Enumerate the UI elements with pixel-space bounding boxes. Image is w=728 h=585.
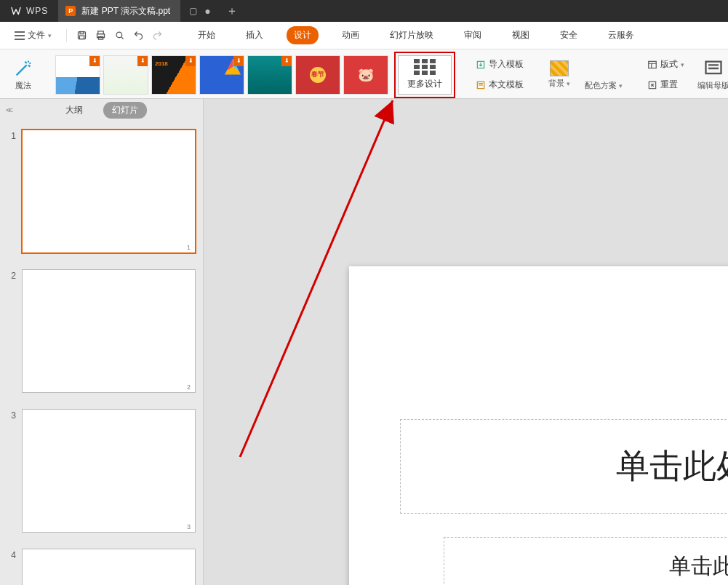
layout-icon <box>647 60 657 70</box>
product-name-text: WPS <box>26 6 48 16</box>
tab-animation[interactable]: 动画 <box>335 26 367 44</box>
title-placeholder[interactable]: 单击此处添加 <box>400 419 728 514</box>
slide-panel: << 大纲 幻灯片 1 1 2 2 3 3 4 <box>0 99 204 585</box>
tab-menu-icon[interactable]: ● <box>204 5 210 17</box>
grid-icon <box>414 59 436 75</box>
product-name: WPS <box>0 0 58 22</box>
magic-wand-icon <box>13 58 33 79</box>
layout-button[interactable]: 版式 ▾ <box>644 56 687 73</box>
print-icon[interactable] <box>95 30 106 41</box>
document-tab-title: 新建 PPT 演示文稿.ppt <box>81 5 170 17</box>
tab-cloud[interactable]: 云服务 <box>601 26 641 44</box>
undo-icon[interactable] <box>132 30 144 41</box>
ribbon-tabs: 开始 插入 设计 动画 幻灯片放映 审阅 视图 安全 云服务 <box>191 26 641 44</box>
separator <box>66 29 67 42</box>
slides-tab[interactable]: 幻灯片 <box>103 102 147 119</box>
outline-tab[interactable]: 大纲 <box>57 102 92 119</box>
background-button[interactable]: 背景 ▾ <box>544 59 575 90</box>
download-badge-icon: ⬇ <box>137 56 148 66</box>
more-designs-button[interactable]: 更多设计 <box>398 55 452 95</box>
collapse-panel-icon[interactable]: << <box>6 106 11 114</box>
workspace: << 大纲 幻灯片 1 1 2 2 3 3 4 单击此处添加 <box>0 99 728 585</box>
svg-point-6 <box>116 32 122 38</box>
magic-button[interactable]: 魔法 <box>9 57 38 92</box>
document-tab[interactable]: P 新建 PPT 演示文稿.ppt <box>58 0 180 22</box>
slide-canvas-area[interactable]: 单击此处添加 单击此处添加 <box>204 99 728 585</box>
menu-bar: 文件 ▾ 开始 插入 设计 动画 幻灯片放映 审阅 视图 安全 云服务 <box>0 22 728 49</box>
file-menu[interactable]: 文件 ▾ <box>9 26 57 44</box>
slide-panel-tabs: << 大纲 幻灯片 <box>0 99 203 121</box>
ppt-file-icon: P <box>65 6 76 16</box>
new-tab-button[interactable]: ＋ <box>220 0 244 22</box>
color-scheme-button[interactable]: 配色方案 ▾ <box>580 57 627 92</box>
slide-thumb-4[interactable] <box>22 549 196 585</box>
redo-icon[interactable] <box>151 30 163 41</box>
tab-start[interactable]: 开始 <box>191 26 223 44</box>
chevron-down-icon: ▾ <box>681 61 684 68</box>
slide-thumb-3[interactable]: 3 <box>22 409 196 533</box>
print-preview-icon[interactable] <box>113 30 125 41</box>
slide-number-text: 2 <box>7 269 16 393</box>
template-thumb-6[interactable]: 春节 <box>295 55 340 95</box>
color-scheme-icon <box>593 58 614 79</box>
background-icon <box>550 60 569 76</box>
slide-number-text: 1 <box>7 130 16 253</box>
template-thumb-2[interactable]: ⬇ <box>103 55 148 95</box>
edit-master-button[interactable]: 编辑母版 <box>693 57 728 92</box>
wps-logo-icon <box>10 5 22 17</box>
this-template-label: 本文模板 <box>489 79 524 91</box>
this-template-icon <box>476 80 486 90</box>
svg-rect-9 <box>649 61 657 68</box>
subtitle-placeholder[interactable]: 单击此处添加 <box>444 537 728 585</box>
more-designs-highlight: 更多设计 <box>394 52 455 98</box>
tab-safety[interactable]: 安全 <box>553 26 585 44</box>
magic-label: 魔法 <box>15 80 31 91</box>
chevron-down-icon: ▾ <box>48 32 52 39</box>
title-bar: WPS P 新建 PPT 演示文稿.ppt ▢ ● ＋ <box>0 0 728 22</box>
slide-page-label: 3 <box>187 523 191 530</box>
download-badge-icon: ⬇ <box>281 56 292 66</box>
template-thumb-3[interactable]: 2018⬇ <box>151 55 196 95</box>
tab-review[interactable]: 审阅 <box>457 26 489 44</box>
slide-number-text: 3 <box>7 409 16 533</box>
import-template-label: 导入模板 <box>489 58 524 71</box>
tab-design[interactable]: 设计 <box>287 26 319 44</box>
background-label: 背景 ▾ <box>548 78 570 89</box>
tab-insert[interactable]: 插入 <box>239 26 271 44</box>
svg-rect-11 <box>706 62 721 73</box>
download-badge-icon: ⬇ <box>89 56 100 66</box>
tab-extras: ▢ ● <box>180 0 219 22</box>
slide-thumb-row: 3 3 <box>7 409 196 533</box>
template-thumb-5[interactable]: ⬇ <box>247 55 292 95</box>
slide-thumb-2[interactable]: 2 <box>22 269 196 393</box>
edit-master-icon <box>703 58 724 79</box>
template-thumb-1[interactable]: ⬇ <box>55 55 100 95</box>
slide-thumb-row: 2 2 <box>7 269 196 393</box>
layout-label: 版式 <box>660 58 678 71</box>
reset-label: 重置 <box>660 79 678 91</box>
template-thumb-4[interactable]: ⬇ <box>199 55 244 95</box>
more-designs-label: 更多设计 <box>407 78 442 90</box>
template-thumb-7[interactable]: 🐷 <box>343 55 388 95</box>
slide-thumb-row: 1 1 <box>7 130 196 253</box>
download-badge-icon: ⬇ <box>185 56 196 66</box>
chevron-down-icon: ▾ <box>619 82 623 89</box>
import-template-button[interactable]: 导入模板 <box>473 56 527 73</box>
save-icon[interactable] <box>76 30 87 41</box>
slide-thumb-1[interactable]: 1 <box>22 130 196 253</box>
import-template-icon <box>476 60 486 70</box>
svg-rect-2 <box>79 36 84 39</box>
svg-rect-1 <box>80 32 84 34</box>
template-gallery: ⬇ ⬇ 2018⬇ ⬇ ⬇ 春节 🐷 <box>55 55 388 95</box>
display-mode-icon[interactable]: ▢ <box>189 6 197 16</box>
reset-icon <box>647 80 657 90</box>
chevron-down-icon: ▾ <box>567 80 570 87</box>
tab-view[interactable]: 视图 <box>505 26 537 44</box>
color-scheme-label: 配色方案 ▾ <box>585 80 623 91</box>
file-menu-label: 文件 <box>28 29 45 41</box>
tab-slideshow[interactable]: 幻灯片放映 <box>383 26 441 44</box>
this-template-button[interactable]: 本文模板 <box>473 76 527 94</box>
slide-canvas[interactable]: 单击此处添加 单击此处添加 <box>349 266 728 585</box>
slide-thumb-row: 4 <box>7 549 196 585</box>
reset-button[interactable]: 重置 <box>644 76 687 94</box>
